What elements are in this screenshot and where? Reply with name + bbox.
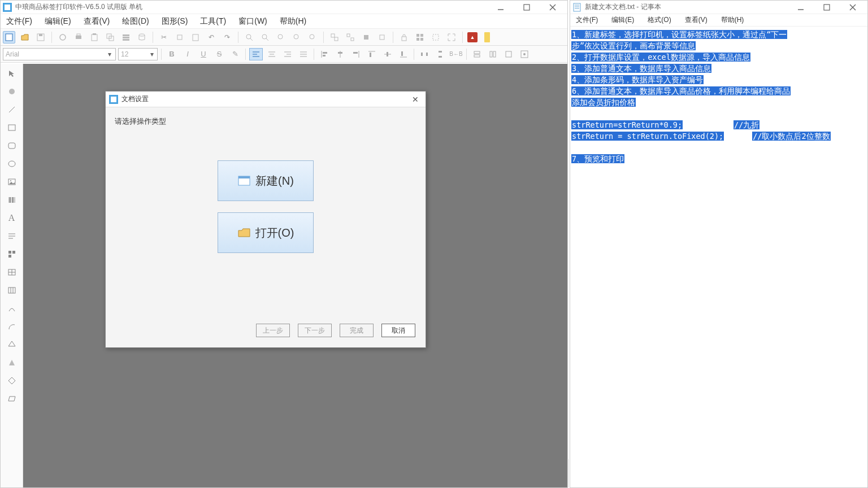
- menu-shape[interactable]: 图形(S): [159, 15, 190, 28]
- align-justify-icon[interactable]: [297, 48, 310, 60]
- font-name-input[interactable]: [6, 50, 107, 58]
- image-tool-icon[interactable]: [6, 176, 18, 188]
- polygon-tool-icon[interactable]: [6, 338, 18, 351]
- save-icon[interactable]: [34, 31, 47, 43]
- triangle-tool-icon[interactable]: [6, 356, 18, 369]
- open-document-button[interactable]: 打开(O): [218, 212, 314, 253]
- menu-file[interactable]: 文件(F): [4, 15, 34, 28]
- database-icon[interactable]: [136, 31, 148, 43]
- refresh-icon[interactable]: [57, 31, 69, 43]
- group-icon[interactable]: [328, 31, 341, 43]
- lock-icon[interactable]: [398, 31, 410, 43]
- menu-help[interactable]: 帮助(H): [277, 15, 309, 28]
- align-obj-middle-icon[interactable]: [381, 48, 394, 60]
- font-size-input[interactable]: [121, 50, 149, 58]
- chevron-down-icon[interactable]: ▾: [149, 50, 155, 58]
- fullscreen-icon[interactable]: [445, 31, 458, 43]
- redo-icon[interactable]: ↷: [221, 31, 233, 43]
- maximize-button[interactable]: [519, 2, 535, 13]
- prev-step-button[interactable]: 上一步: [256, 324, 290, 337]
- menu-edit[interactable]: 编辑(E): [42, 15, 73, 28]
- undo-icon[interactable]: ↶: [205, 31, 218, 43]
- strike-icon[interactable]: S: [212, 48, 226, 60]
- align-center-icon[interactable]: [265, 48, 279, 60]
- mobile-icon[interactable]: [481, 31, 493, 43]
- diamond-tool-icon[interactable]: [6, 374, 18, 387]
- minimize-button[interactable]: [493, 2, 509, 13]
- font-size-combo[interactable]: ▾: [118, 48, 158, 60]
- np-menu-edit[interactable]: 编辑(E): [609, 14, 636, 26]
- close-button[interactable]: [545, 2, 561, 13]
- cancel-button[interactable]: 取消: [381, 324, 415, 337]
- clear-format-icon[interactable]: ✎: [228, 48, 242, 60]
- pointer-tool-icon[interactable]: [6, 67, 18, 80]
- zoom-100-icon[interactable]: [290, 31, 303, 43]
- align-obj-left-icon[interactable]: [318, 48, 331, 60]
- menu-tools[interactable]: 工具(T): [198, 15, 228, 28]
- zoom-out-icon[interactable]: [259, 31, 271, 43]
- copy-icon[interactable]: [104, 31, 116, 43]
- minimize-button[interactable]: [793, 2, 809, 13]
- same-size-icon[interactable]: [502, 48, 515, 60]
- hand-tool-icon[interactable]: [6, 85, 18, 98]
- parallelogram-tool-icon[interactable]: [6, 393, 18, 405]
- send-back-icon[interactable]: [376, 31, 388, 43]
- align-obj-top-icon[interactable]: [365, 48, 379, 60]
- dist-horiz-icon[interactable]: [418, 48, 431, 60]
- grid-tool-icon[interactable]: [6, 284, 18, 297]
- clipboard-icon[interactable]: [88, 31, 101, 43]
- dist-vert-icon[interactable]: [433, 48, 447, 60]
- font-name-combo[interactable]: ▾: [3, 48, 116, 60]
- zoom-sel-icon[interactable]: [306, 31, 319, 43]
- np-menu-format[interactable]: 格式(O): [645, 14, 673, 26]
- ungroup-icon[interactable]: [344, 31, 357, 43]
- align-obj-bottom-icon[interactable]: [397, 48, 410, 60]
- same-width-icon[interactable]: [470, 48, 484, 60]
- copy2-icon[interactable]: [173, 31, 186, 43]
- arc-tool-icon[interactable]: [6, 320, 18, 333]
- chevron-down-icon[interactable]: ▾: [107, 50, 113, 58]
- open-doc-icon[interactable]: [19, 31, 31, 43]
- paste-icon[interactable]: [189, 31, 202, 43]
- line-tool-icon[interactable]: [6, 103, 18, 116]
- bold-icon[interactable]: B: [165, 48, 179, 60]
- barcode-tool-icon[interactable]: [6, 194, 18, 206]
- new-doc-icon[interactable]: [3, 31, 15, 43]
- text-tool-icon[interactable]: A: [6, 212, 18, 224]
- menu-window[interactable]: 窗口(W): [236, 15, 270, 28]
- np-menu-view[interactable]: 查看(V): [683, 14, 710, 26]
- zoom-in-icon[interactable]: [243, 31, 255, 43]
- next-step-button[interactable]: 下一步: [298, 324, 332, 337]
- align-obj-center-icon[interactable]: [333, 48, 347, 60]
- underline-icon[interactable]: U: [197, 48, 210, 60]
- pdf-icon[interactable]: ▲: [467, 32, 478, 42]
- align-obj-right-icon[interactable]: [349, 48, 363, 60]
- maximize-button[interactable]: [819, 2, 835, 13]
- new-document-button[interactable]: 新建(N): [218, 160, 314, 201]
- notepad-text-area[interactable]: 1、新建标签，选择打印机，设置标签纸张大小，通过点“下一 步”依次设置行列，画布…: [570, 27, 867, 167]
- table-tool-icon[interactable]: [6, 266, 18, 278]
- richtext-tool-icon[interactable]: [6, 230, 18, 242]
- snap-icon[interactable]: [429, 31, 442, 43]
- close-button[interactable]: [845, 2, 861, 13]
- finish-button[interactable]: 完成: [340, 324, 374, 337]
- align-right-icon[interactable]: [281, 48, 294, 60]
- ellipse-tool-icon[interactable]: [6, 158, 18, 170]
- dialog-close-button[interactable]: ✕: [409, 94, 422, 105]
- roundrect-tool-icon[interactable]: [6, 140, 18, 152]
- curve-tool-icon[interactable]: [6, 302, 18, 315]
- print-icon[interactable]: [72, 31, 85, 43]
- menu-view[interactable]: 查看(V): [81, 15, 112, 28]
- cut-icon[interactable]: ✂: [158, 31, 170, 43]
- center-page-icon[interactable]: [518, 48, 531, 60]
- zoom-fit-icon[interactable]: [275, 31, 287, 43]
- spacing-icon[interactable]: B←B: [449, 48, 463, 60]
- grid-icon[interactable]: [414, 31, 426, 43]
- bring-front-icon[interactable]: [360, 31, 372, 43]
- italic-icon[interactable]: I: [181, 48, 194, 60]
- qrcode-tool-icon[interactable]: [6, 248, 18, 260]
- np-menu-help[interactable]: 帮助(H): [719, 14, 747, 26]
- rect-tool-icon[interactable]: [6, 121, 18, 134]
- same-height-icon[interactable]: [486, 48, 500, 60]
- menu-draw[interactable]: 绘图(D): [120, 15, 151, 28]
